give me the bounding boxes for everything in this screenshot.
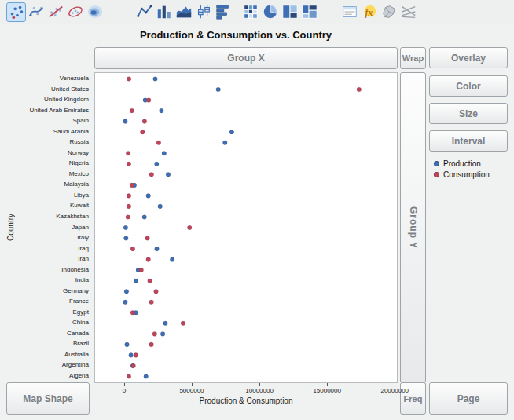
y-tick-label: Brazil xyxy=(0,340,89,347)
data-point-production[interactable] xyxy=(124,236,129,241)
y-tick-label: Australia xyxy=(0,351,89,358)
data-point-consumption[interactable] xyxy=(131,363,136,368)
data-point-production[interactable] xyxy=(223,141,228,145)
legend-item-consumption[interactable]: Consumption xyxy=(434,170,490,179)
data-point-production[interactable] xyxy=(124,289,129,294)
y-tick-label: Argentina xyxy=(0,361,89,368)
points-icon xyxy=(8,3,25,20)
data-point-production[interactable] xyxy=(160,332,165,337)
smoother-icon xyxy=(28,3,45,20)
pie-icon xyxy=(262,3,279,20)
tool-pie[interactable] xyxy=(260,2,280,22)
drop-zone-group-y[interactable]: Group Y xyxy=(400,72,426,383)
data-point-production[interactable] xyxy=(146,194,151,199)
y-tick-label: Kuwait xyxy=(0,202,89,209)
data-point-production[interactable] xyxy=(125,342,130,347)
data-point-consumption[interactable] xyxy=(130,108,134,113)
plot-area[interactable] xyxy=(94,72,398,383)
data-point-production[interactable] xyxy=(163,321,168,326)
tool-heatmap[interactable] xyxy=(240,2,260,22)
data-point-consumption[interactable] xyxy=(142,119,147,124)
legend-item-production[interactable]: Production xyxy=(434,159,490,168)
data-point-production[interactable] xyxy=(158,204,163,209)
drop-zone-wrap-label: Wrap xyxy=(402,53,424,63)
data-point-consumption[interactable] xyxy=(127,194,131,199)
page-title: Production & Consumption vs. Country xyxy=(24,29,448,41)
data-point-production[interactable] xyxy=(170,257,174,262)
data-point-production[interactable] xyxy=(155,162,160,166)
data-point-consumption[interactable] xyxy=(126,215,130,220)
line-of-fit-icon xyxy=(47,3,64,20)
data-point-consumption[interactable] xyxy=(357,87,362,92)
data-point-consumption[interactable] xyxy=(130,311,135,316)
data-point-production[interactable] xyxy=(123,119,128,124)
data-point-production[interactable] xyxy=(129,353,134,358)
data-point-production[interactable] xyxy=(160,108,164,113)
data-point-production[interactable] xyxy=(229,130,234,134)
data-point-consumption[interactable] xyxy=(148,279,152,283)
data-point-production[interactable] xyxy=(134,279,138,283)
y-tick-label: Norway xyxy=(0,149,89,156)
data-point-consumption[interactable] xyxy=(145,236,150,241)
y-tick-label: Algeria xyxy=(0,372,89,379)
data-point-consumption[interactable] xyxy=(156,141,161,145)
tool-parallel-plot[interactable] xyxy=(398,2,418,22)
data-point-consumption[interactable] xyxy=(187,225,192,230)
data-point-consumption[interactable] xyxy=(181,321,185,326)
data-point-consumption[interactable] xyxy=(139,268,144,272)
tool-ellipse[interactable] xyxy=(65,2,85,22)
data-point-production[interactable] xyxy=(216,87,221,92)
data-point-consumption[interactable] xyxy=(149,300,154,305)
drop-zone-overlay[interactable]: Overlay xyxy=(429,47,508,68)
drop-zone-wrap[interactable]: Wrap xyxy=(400,47,426,69)
y-tick-label: Russia xyxy=(0,138,89,145)
data-point-production[interactable] xyxy=(162,152,167,156)
data-point-consumption[interactable] xyxy=(154,289,159,294)
tool-histogram[interactable] xyxy=(213,2,233,22)
tool-box-plot[interactable] xyxy=(193,2,213,22)
data-point-production[interactable] xyxy=(153,77,158,82)
data-point-consumption[interactable] xyxy=(146,98,151,103)
data-point-production[interactable] xyxy=(123,225,128,230)
tool-line[interactable] xyxy=(134,2,154,22)
data-point-production[interactable] xyxy=(155,247,160,251)
data-point-consumption[interactable] xyxy=(127,77,131,82)
drop-zone-group-x-label: Group X xyxy=(227,53,264,64)
production-swatch-icon xyxy=(434,161,439,166)
tool-contour[interactable] xyxy=(85,2,105,22)
tool-formula[interactable]: fx xyxy=(359,2,379,22)
drop-zone-color[interactable]: Color xyxy=(429,75,508,97)
data-point-consumption[interactable] xyxy=(130,247,135,251)
tool-treemap[interactable] xyxy=(280,2,299,22)
tool-line-of-fit[interactable] xyxy=(46,2,65,22)
data-point-consumption[interactable] xyxy=(149,173,154,177)
tool-area[interactable] xyxy=(174,2,193,22)
drop-zone-interval-label: Interval xyxy=(452,136,486,147)
data-point-production[interactable] xyxy=(123,300,128,305)
tool-smoother[interactable] xyxy=(26,2,46,22)
tool-map-shapes[interactable] xyxy=(379,2,398,22)
data-point-consumption[interactable] xyxy=(127,374,131,379)
data-point-consumption[interactable] xyxy=(149,342,154,347)
tool-mosaic[interactable] xyxy=(299,2,319,22)
data-point-consumption[interactable] xyxy=(130,183,134,188)
svg-text:fx: fx xyxy=(365,7,373,18)
drop-zone-interval[interactable]: Interval xyxy=(429,130,508,152)
tool-caption-box[interactable] xyxy=(340,2,359,22)
data-point-production[interactable] xyxy=(142,215,147,220)
drop-zone-group-x[interactable]: Group X xyxy=(94,47,398,69)
data-point-consumption[interactable] xyxy=(146,257,151,262)
data-point-production[interactable] xyxy=(166,173,171,177)
data-point-consumption[interactable] xyxy=(127,204,131,209)
y-tick-label: France xyxy=(0,298,89,305)
data-point-consumption[interactable] xyxy=(127,162,131,166)
tool-bar[interactable] xyxy=(154,2,174,22)
y-tick-label: Spain xyxy=(0,117,89,124)
data-point-consumption[interactable] xyxy=(134,353,138,358)
data-point-production[interactable] xyxy=(144,374,149,379)
tool-points[interactable] xyxy=(6,2,26,22)
drop-zone-size[interactable]: Size xyxy=(429,103,508,124)
data-point-consumption[interactable] xyxy=(141,130,145,134)
data-point-consumption[interactable] xyxy=(152,332,157,337)
data-point-consumption[interactable] xyxy=(126,152,130,156)
